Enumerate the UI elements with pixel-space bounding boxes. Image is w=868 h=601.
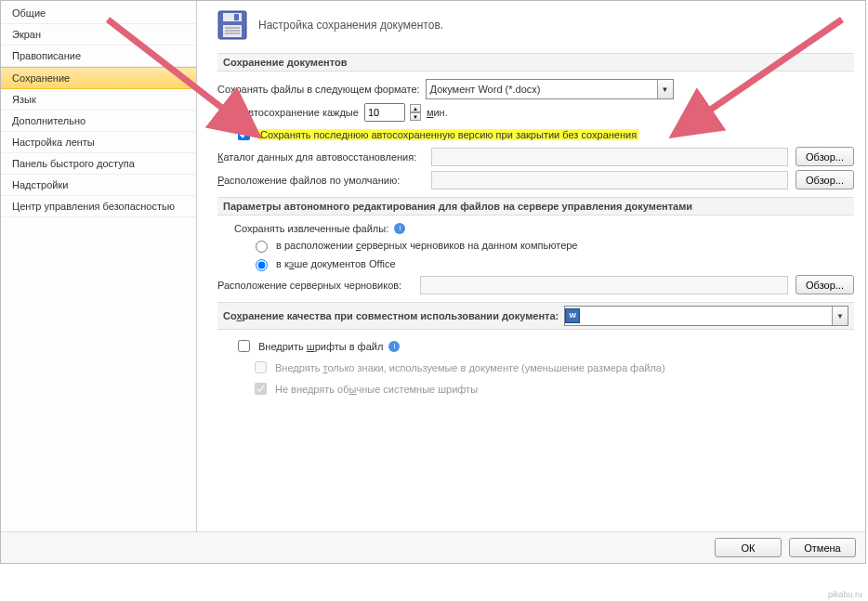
embed-used-checkbox <box>255 361 267 373</box>
sidebar-item-addins[interactable]: Надстройки <box>1 175 196 196</box>
svg-rect-2 <box>234 14 239 20</box>
save-options-panel: Настройка сохранения документов. Сохране… <box>197 1 865 531</box>
save-format-value: Документ Word (*.docx) <box>427 84 657 95</box>
browse-default-button[interactable]: Обзор... <box>796 170 854 189</box>
sidebar-item-proofing[interactable]: Правописание <box>1 46 196 67</box>
sidebar-item-customize-ribbon[interactable]: Настройка ленты <box>1 132 196 153</box>
panel-heading-text: Настройка сохранения документов. <box>258 19 443 32</box>
keep-last-autosaved-row: Сохранять последнюю автосохраненную верс… <box>234 125 854 143</box>
spin-down-icon[interactable]: ▼ <box>410 112 421 121</box>
info-icon[interactable]: i <box>388 341 400 352</box>
sidebar-item-display[interactable]: Экран <box>1 24 196 46</box>
save-format-label: Сохранять файлы в следующем формате: <box>217 84 420 95</box>
sidebar-item-language[interactable]: Язык <box>1 89 196 111</box>
dialog-body: Общие Экран Правописание Сохранение Язык… <box>1 1 865 531</box>
sidebar-item-quick-access[interactable]: Панель быстрого доступа <box>1 153 196 175</box>
autosave-label: Автосохранение каждые <box>242 107 359 118</box>
sidebar-item-advanced[interactable]: Дополнительно <box>1 111 196 132</box>
cancel-button[interactable]: Отмена <box>789 538 856 557</box>
default-path-label: Расположение файлов по умолчанию: <box>217 175 424 186</box>
save-format-combo[interactable]: Документ Word (*.docx) ▼ <box>426 79 674 99</box>
ok-button[interactable]: ОК <box>715 538 782 557</box>
embed-used-label: Внедрять только знаки, используемые в до… <box>275 362 665 373</box>
radio-office-cache-row: в кэше документов Office <box>251 256 854 271</box>
save-checked-out-label: Сохранять извлеченные файлы: <box>234 223 388 234</box>
autosave-checkbox[interactable] <box>221 107 233 119</box>
radio-office-cache-label: в кэше документов Office <box>276 258 396 269</box>
autosave-row: Автосохранение каждые ▲ ▼ мин. <box>217 103 854 122</box>
server-drafts-path-label: Расположение серверных черновиков: <box>217 280 413 291</box>
section-offline-editing: Параметры автономного редактирования для… <box>217 197 854 216</box>
embed-fonts-checkbox[interactable] <box>238 340 250 352</box>
embed-fonts-label: Внедрить шрифты в файл <box>258 341 383 352</box>
section-fidelity-label: Сохранение качества при совместном испол… <box>223 310 559 321</box>
sidebar-item-general[interactable]: Общие <box>1 3 196 24</box>
chevron-down-icon: ▼ <box>832 307 848 325</box>
keep-last-autosaved-checkbox[interactable] <box>238 128 250 140</box>
save-checked-out-label-row: Сохранять извлеченные файлы: i <box>234 223 854 234</box>
embed-skip-system-row: Не внедрять обычные системные шрифты <box>251 380 854 398</box>
sidebar-item-trust-center[interactable]: Центр управления безопасностью <box>1 196 196 217</box>
embed-used-row: Внедрять только знаки, используемые в до… <box>251 359 854 376</box>
default-path-row: Расположение файлов по умолчанию: Обзор.… <box>217 170 854 189</box>
chevron-down-icon: ▼ <box>657 80 673 98</box>
save-format-row: Сохранять файлы в следующем формате: Док… <box>217 79 854 99</box>
autorecover-path-row: Каталог данных для автовосстановления: О… <box>217 147 854 166</box>
options-dialog: Общие Экран Правописание Сохранение Язык… <box>0 0 866 564</box>
panel-heading: Настройка сохранения документов. <box>217 10 854 40</box>
watermark: pikabu.ru <box>828 590 862 599</box>
radio-server-drafts-label: в расположении серверных черновиков на д… <box>276 240 578 251</box>
embed-skip-system-label: Не внедрять обычные системные шрифты <box>275 384 478 395</box>
server-drafts-path-input[interactable] <box>420 276 788 294</box>
browse-autorecover-button[interactable]: Обзор... <box>796 147 854 166</box>
spin-up-icon[interactable]: ▲ <box>410 104 421 112</box>
embed-fonts-row: Внедрить шрифты в файл i <box>234 337 854 355</box>
radio-server-drafts-row: в расположении серверных черновиков на д… <box>251 238 854 253</box>
info-icon[interactable]: i <box>394 223 405 234</box>
server-drafts-path-row: Расположение серверных черновиков: Обзор… <box>217 275 854 294</box>
autosave-unit: мин. <box>427 107 448 118</box>
fidelity-doc-combo[interactable]: ▼ <box>564 306 848 326</box>
category-sidebar: Общие Экран Правописание Сохранение Язык… <box>1 1 197 531</box>
section-save-documents: Сохранение документов <box>217 53 854 72</box>
autorecover-path-input[interactable] <box>431 148 788 166</box>
word-doc-icon <box>565 308 580 323</box>
autorecover-path-label: Каталог данных для автовосстановления: <box>217 151 424 163</box>
dialog-button-bar: ОК Отмена <box>1 531 865 563</box>
section-fidelity: Сохранение качества при совместном испол… <box>217 302 854 330</box>
default-path-input[interactable] <box>431 171 788 189</box>
radio-server-drafts[interactable] <box>256 241 268 253</box>
floppy-icon <box>217 10 247 40</box>
sidebar-item-save[interactable]: Сохранение <box>1 67 196 89</box>
keep-last-autosaved-label: Сохранять последнюю автосохраненную верс… <box>258 129 638 140</box>
browse-server-drafts-button[interactable]: Обзор... <box>796 275 854 294</box>
embed-skip-system-checkbox <box>255 383 267 395</box>
autosave-spinner[interactable]: ▲ ▼ <box>410 104 421 121</box>
autosave-minutes-input[interactable] <box>364 103 405 122</box>
radio-office-cache[interactable] <box>256 259 268 271</box>
